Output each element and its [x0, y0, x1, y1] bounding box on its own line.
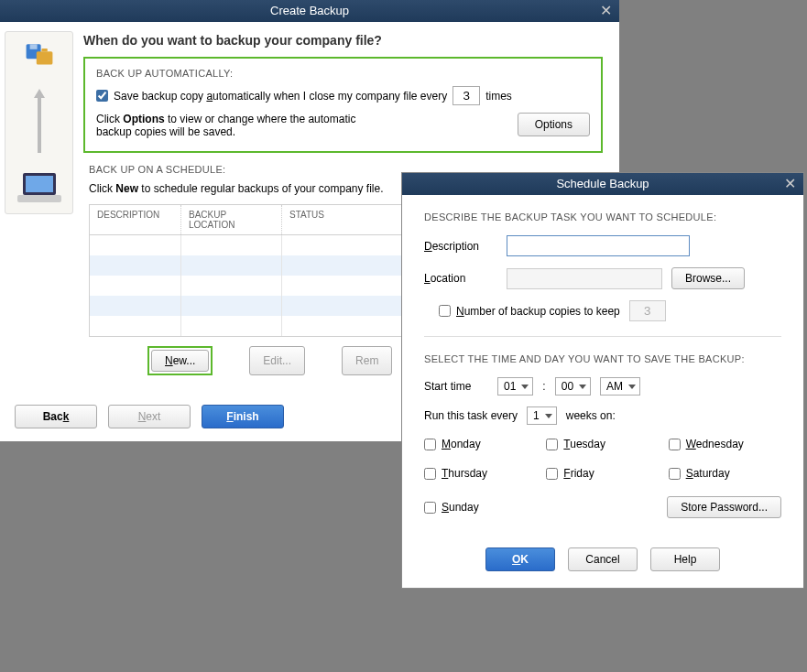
save-auto-checkbox[interactable]	[96, 90, 108, 102]
divider	[424, 336, 781, 337]
schedule-backup-titlebar: Schedule Backup ✕	[402, 173, 803, 195]
weeks-select[interactable]: 1	[527, 406, 557, 425]
next-button[interactable]: Next	[108, 405, 191, 428]
friday-label: Friday	[563, 467, 594, 480]
location-input[interactable]	[507, 268, 662, 289]
options-hint-text: Click Options to view or change where th…	[96, 113, 389, 138]
run-every-label: Run this task every	[424, 409, 518, 422]
num-copies-input	[629, 300, 666, 321]
svg-rect-6	[17, 195, 61, 202]
laptop-icon	[17, 171, 61, 204]
description-input[interactable]	[507, 235, 690, 256]
weeks-on-label: weeks on:	[566, 409, 616, 422]
help-button[interactable]: Help	[650, 547, 720, 571]
schedule-backup-window: Schedule Backup ✕ DESCRIBE THE BACKUP TA…	[401, 172, 804, 589]
svg-rect-1	[29, 44, 37, 49]
schedule-dialog-footer: OK Cancel Help	[402, 535, 803, 588]
col-location: BACKUP LOCATION	[181, 205, 282, 234]
ampm-select[interactable]: AM	[600, 377, 640, 396]
sunday-label: Sunday	[442, 501, 479, 514]
new-button[interactable]: New...	[151, 350, 209, 372]
page-heading: When do you want to backup your company …	[83, 33, 603, 48]
monday-checkbox[interactable]	[424, 439, 436, 450]
time-colon: :	[542, 380, 545, 393]
saturday-checkbox[interactable]	[669, 468, 681, 480]
num-copies-checkbox[interactable]	[439, 305, 451, 317]
monday-label: Monday	[442, 438, 481, 450]
start-time-label: Start time	[424, 380, 488, 393]
minute-select[interactable]: 00	[555, 377, 591, 396]
thursday-checkbox[interactable]	[424, 468, 436, 480]
times-label: times	[485, 90, 512, 103]
schedule-backup-title: Schedule Backup	[556, 177, 649, 190]
svg-rect-3	[41, 49, 47, 51]
svg-rect-2	[36, 51, 52, 64]
options-button[interactable]: Options	[518, 113, 590, 136]
time-section-title: SELECT THE TIME AND DAY YOU WANT TO SAVE…	[424, 353, 781, 364]
description-label: Description	[424, 240, 497, 253]
store-password-button[interactable]: Store Password...	[667, 496, 781, 518]
sunday-checkbox[interactable]	[424, 502, 436, 514]
close-icon[interactable]: ✕	[784, 173, 796, 195]
edit-button[interactable]: Edit...	[249, 346, 305, 375]
browse-button[interactable]: Browse...	[671, 267, 745, 289]
col-description: DESCRIPTION	[90, 205, 181, 234]
disk-briefcase-icon	[25, 41, 54, 70]
num-copies-label: Number of backup copies to keep	[456, 305, 620, 318]
wednesday-label: Wednesday	[686, 438, 744, 450]
backup-auto-group: BACK UP AUTOMATICALLY: Save backup copy …	[83, 57, 603, 153]
thursday-label: Thursday	[442, 467, 487, 480]
create-backup-title: Create Backup	[270, 4, 349, 17]
new-button-highlight: New...	[147, 346, 213, 375]
save-auto-label: Save backup copy automatically when I cl…	[114, 90, 447, 103]
remove-button[interactable]: Rem	[342, 346, 392, 375]
finish-button[interactable]: Finish	[202, 405, 284, 428]
save-auto-count-input[interactable]	[453, 86, 480, 105]
saturday-label: Saturday	[686, 467, 730, 480]
location-label: Location	[424, 272, 497, 285]
days-grid: Monday Tuesday Wednesday Thursday Friday…	[424, 438, 781, 518]
wizard-sidebar	[0, 22, 78, 392]
ok-button[interactable]: OK	[485, 547, 555, 571]
back-button[interactable]: Back	[15, 405, 97, 428]
hour-select[interactable]: 01	[497, 377, 533, 396]
wednesday-checkbox[interactable]	[669, 439, 681, 450]
describe-section-title: DESCRIBE THE BACKUP TASK YOU WANT TO SCH…	[424, 211, 781, 222]
cancel-button[interactable]: Cancel	[568, 547, 638, 571]
create-backup-titlebar: Create Backup ✕	[0, 0, 619, 22]
backup-auto-title: BACK UP AUTOMATICALLY:	[96, 68, 590, 79]
friday-checkbox[interactable]	[546, 468, 558, 480]
tuesday-checkbox[interactable]	[546, 439, 558, 450]
svg-rect-5	[26, 176, 53, 192]
close-icon[interactable]: ✕	[600, 0, 612, 22]
arrow-up-icon	[34, 89, 45, 98]
tuesday-label: Tuesday	[563, 438, 605, 450]
